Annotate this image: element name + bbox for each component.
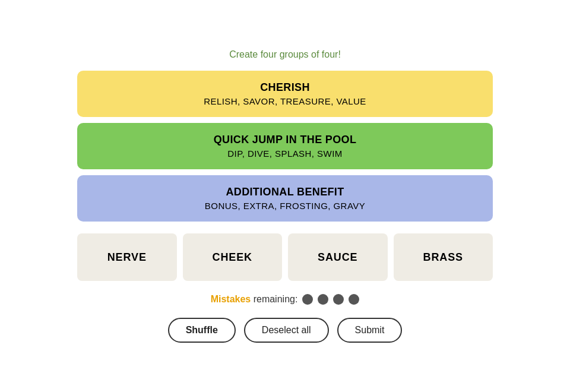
mistake-dot-1 bbox=[302, 294, 313, 305]
word-tile-cheek[interactable]: CHEEK bbox=[183, 233, 283, 281]
word-grid: NERVE CHEEK SAUCE BRASS bbox=[77, 233, 493, 281]
blue-words: BONUS, EXTRA, FROSTING, GRAVY bbox=[89, 201, 481, 211]
yellow-words: RELISH, SAVOR, TREASURE, VALUE bbox=[89, 96, 481, 106]
submit-button[interactable]: Submit bbox=[337, 318, 403, 343]
buttons-row: Shuffle Deselect all Submit bbox=[168, 318, 403, 343]
word-tile-brass[interactable]: BRASS bbox=[394, 233, 493, 281]
deselect-button[interactable]: Deselect all bbox=[244, 318, 329, 343]
mistake-dot-4 bbox=[349, 294, 359, 305]
green-words: DIP, DIVE, SPLASH, SWIM bbox=[89, 148, 481, 159]
word-tile-sauce[interactable]: SAUCE bbox=[288, 233, 388, 281]
shuffle-button[interactable]: Shuffle bbox=[168, 318, 236, 343]
solved-groups: CHERISH RELISH, SAVOR, TREASURE, VALUE Q… bbox=[77, 71, 493, 222]
game-container: Create four groups of four! CHERISH RELI… bbox=[77, 49, 493, 343]
mistakes-row: Mistakes remaining: bbox=[211, 294, 360, 305]
blue-title: ADDITIONAL BENEFIT bbox=[89, 186, 481, 198]
solved-card-green: QUICK JUMP IN THE POOL DIP, DIVE, SPLASH… bbox=[77, 123, 493, 169]
green-title: QUICK JUMP IN THE POOL bbox=[89, 134, 481, 146]
mistake-dot-2 bbox=[318, 294, 328, 305]
mistakes-label-colored: Mistakes bbox=[211, 294, 251, 304]
solved-card-yellow: CHERISH RELISH, SAVOR, TREASURE, VALUE bbox=[77, 71, 493, 117]
solved-card-blue: ADDITIONAL BENEFIT BONUS, EXTRA, FROSTIN… bbox=[77, 175, 493, 222]
yellow-title: CHERISH bbox=[89, 81, 481, 94]
subtitle: Create four groups of four! bbox=[229, 49, 341, 60]
word-tile-nerve[interactable]: NERVE bbox=[77, 233, 177, 281]
mistakes-label: Mistakes remaining: bbox=[211, 294, 298, 305]
mistake-dot-3 bbox=[333, 294, 344, 305]
